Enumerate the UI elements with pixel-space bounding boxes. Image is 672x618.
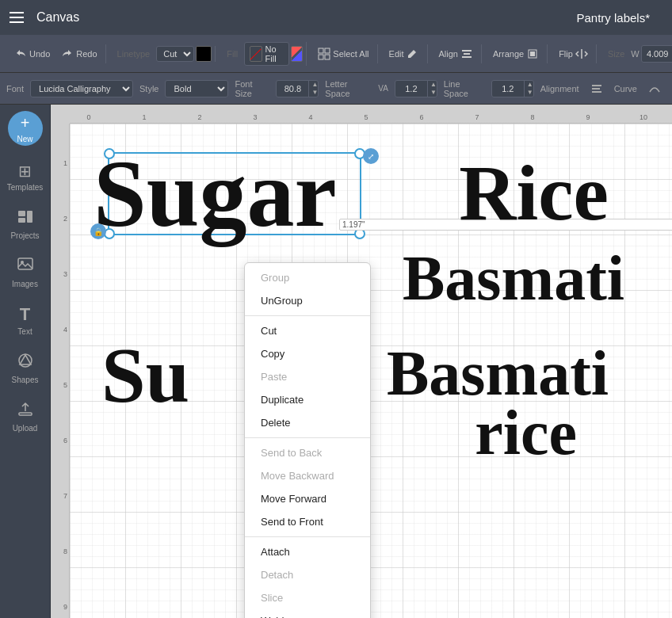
handle-top-right[interactable] [354,148,365,159]
linetype-select[interactable]: Cut [156,46,194,62]
ctx-attach[interactable]: Attach [245,540,370,563]
ctx-ungroup[interactable]: UnGroup [245,289,370,312]
letterspace-label: Letter Space [325,79,372,98]
ctx-cut[interactable]: Cut [245,319,370,342]
canvas-text-sugar[interactable]: Sugar [94,139,337,249]
style-select[interactable]: Bold [165,80,228,97]
horizontal-ruler: 0 1 2 3 4 5 6 7 8 9 10 [70,105,672,124]
linespace-up-button[interactable]: ▲ [525,81,534,89]
linespace-down-button[interactable]: ▼ [525,89,534,97]
fill-label: Fill [222,46,242,62]
alignment-label: Alignment [540,84,579,93]
redo-button[interactable]: Redo [56,44,101,63]
ruler-vtick-7: 7 [63,492,67,500]
ruler-tick-0: 0 [86,113,90,123]
select-all-button[interactable]: Select All [313,44,373,63]
canvas-text-rice2[interactable]: rice [475,397,577,469]
sidebar-item-new[interactable]: + New [8,111,43,146]
ctx-duplicate[interactable]: Duplicate [245,388,370,411]
ctx-separator-2 [245,437,370,438]
color-swatch[interactable] [196,46,212,62]
curve-label: Curve [614,84,637,93]
letterspace-input[interactable] [395,82,427,96]
ruler-tick-6: 6 [419,113,423,123]
ctx-delete[interactable]: Delete [245,411,370,434]
svg-rect-11 [592,88,600,90]
ruler-tick-1: 1 [142,113,146,123]
align-group: Align [431,44,482,63]
svg-rect-20 [19,413,32,415]
ruler-vtick-4: 4 [63,326,67,334]
ruler-tick-2: 2 [197,113,201,123]
ruler-vtick-9: 9 [63,603,67,611]
letterspace-stepper: ▲ ▼ [395,80,437,97]
arrange-button[interactable]: Arrange [488,44,544,63]
undo-button[interactable]: Undo [10,44,55,63]
sidebar-item-upload[interactable]: Upload [3,394,48,439]
linespace-stepper: ▲ ▼ [491,80,534,97]
hamburger-menu[interactable] [10,12,24,23]
sidebar-item-shapes[interactable]: Shapes [3,345,48,391]
fontsize-up-button[interactable]: ▲ [309,81,319,89]
canvas-area[interactable]: 0 1 2 3 4 5 6 7 8 9 10 1 2 3 4 5 6 7 8 9 [51,105,672,618]
svg-rect-14 [18,218,25,223]
letterspace-down-button[interactable]: ▼ [428,89,437,97]
alignment-button[interactable] [586,79,608,98]
undo-redo-group: Undo Redo [6,44,106,63]
ruler-tick-9: 9 [586,113,590,123]
svg-rect-1 [325,48,330,53]
align-button[interactable]: Align [434,44,478,63]
linespace-input[interactable] [492,82,524,96]
sidebar-item-images[interactable]: Images [3,250,48,295]
va-label: VA [378,84,388,93]
sidebar-item-projects[interactable]: Projects [3,201,48,246]
ctx-copy[interactable]: Copy [245,342,370,365]
width-input[interactable] [642,47,672,61]
color-picker-icon[interactable] [291,46,304,62]
ruler-tick-3: 3 [253,113,257,123]
svg-marker-19 [20,355,31,364]
svg-rect-10 [592,85,601,86]
arrange-group: Arrange [485,44,548,63]
ctx-paste: Paste [245,365,370,388]
edit-group: Edit [381,44,428,63]
fill-selector[interactable]: No Fill [244,42,288,66]
font-select[interactable]: Lucida Calligraphy [30,80,133,97]
linespace-label: Line Space [444,79,485,98]
svg-rect-0 [319,48,323,53]
canvas-text-su-partial[interactable]: Su [101,330,189,421]
fontsize-stepper: ▲ ▼ [276,80,319,97]
fontsize-down-button[interactable]: ▼ [309,89,319,97]
text-toolbar: Font Lucida Calligraphy Style Bold Font … [0,73,672,105]
ruler-tick-5: 5 [364,113,368,123]
ctx-send-to-front[interactable]: Send to Front [245,510,370,533]
ctx-move-forward[interactable]: Move Forward [245,487,370,510]
canvas-text-basmati[interactable]: Basmati [403,242,624,315]
ctx-weld[interactable]: Weld [245,609,370,618]
ctx-detach: Detach [245,563,370,586]
canvas-text-rice[interactable]: Rice [459,147,609,238]
ctx-slice: Slice [245,586,370,609]
fontsize-input[interactable] [277,82,308,96]
shapes-icon [17,352,34,373]
project-title: Pantry labels* [576,11,650,25]
size-label: Size [603,46,629,62]
vertical-ruler: 1 2 3 4 5 6 7 8 9 [51,124,70,618]
ruler-tick-4: 4 [308,113,312,123]
linetype-label: Linetype [113,46,155,62]
ctx-group: Group [245,266,370,289]
ruler-vtick-5: 5 [63,381,67,389]
linetype-group: Linetype Cut [109,46,216,62]
sidebar-item-templates[interactable]: ⊞ Templates [3,155,48,198]
letterspace-up-button[interactable]: ▲ [428,81,437,89]
sidebar-item-text[interactable]: T Text [3,298,48,342]
images-icon [17,256,34,277]
curve-button[interactable] [643,79,666,98]
top-nav-bar: Canvas Pantry labels* [0,0,672,35]
plus-icon: + [21,114,30,132]
ruler-vtick-1: 1 [63,159,67,167]
edit-button[interactable]: Edit [384,44,424,63]
expand-handle[interactable]: ⤢ [363,148,379,164]
svg-rect-4 [462,50,472,52]
flip-button[interactable]: Flip [554,44,593,63]
